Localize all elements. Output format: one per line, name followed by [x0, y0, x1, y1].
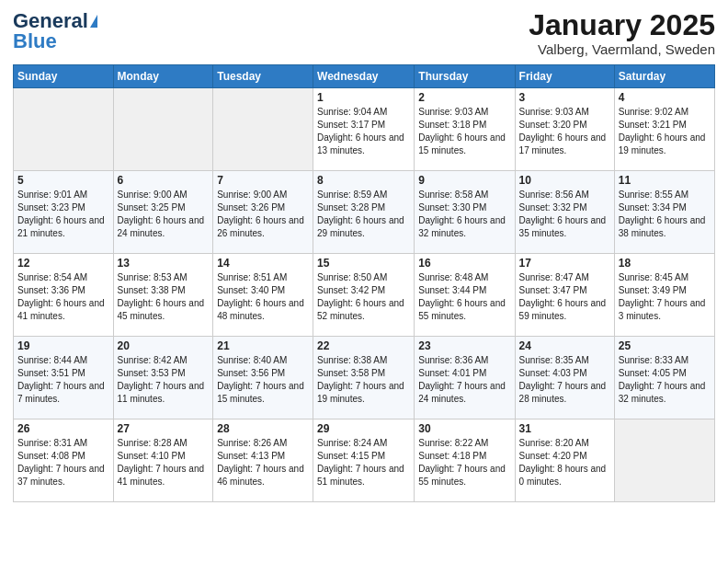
calendar-cell: 19Sunrise: 8:44 AMSunset: 3:51 PMDayligh…	[14, 337, 114, 419]
day-number: 16	[418, 257, 510, 270]
weekday-header-tuesday: Tuesday	[213, 65, 313, 88]
calendar-cell: 21Sunrise: 8:40 AMSunset: 3:56 PMDayligh…	[213, 337, 313, 419]
month-title: January 2025	[529, 9, 715, 41]
logo-blue: Blue	[13, 29, 57, 53]
day-info: Sunrise: 8:33 AMSunset: 4:05 PMDaylight:…	[619, 354, 711, 406]
calendar-cell: 29Sunrise: 8:24 AMSunset: 4:15 PMDayligh…	[313, 419, 415, 502]
day-number: 12	[17, 257, 109, 270]
calendar-cell: 16Sunrise: 8:48 AMSunset: 3:44 PMDayligh…	[415, 254, 515, 337]
weekday-header-thursday: Thursday	[415, 65, 515, 88]
day-number: 14	[217, 257, 309, 270]
calendar-cell: 23Sunrise: 8:36 AMSunset: 4:01 PMDayligh…	[415, 337, 515, 419]
calendar-cell: 30Sunrise: 8:22 AMSunset: 4:18 PMDayligh…	[415, 419, 515, 502]
day-info: Sunrise: 9:01 AMSunset: 3:23 PMDaylight:…	[17, 189, 109, 240]
day-info: Sunrise: 9:03 AMSunset: 3:20 PMDaylight:…	[519, 106, 610, 157]
calendar-cell: 22Sunrise: 8:38 AMSunset: 3:58 PMDayligh…	[313, 337, 415, 419]
day-number: 7	[217, 174, 309, 187]
day-info: Sunrise: 8:22 AMSunset: 4:18 PMDaylight:…	[418, 437, 510, 488]
day-number: 3	[519, 91, 610, 104]
day-info: Sunrise: 8:51 AMSunset: 3:40 PMDaylight:…	[217, 271, 309, 323]
day-info: Sunrise: 8:40 AMSunset: 3:56 PMDaylight:…	[217, 354, 309, 406]
calendar-cell: 10Sunrise: 8:56 AMSunset: 3:32 PMDayligh…	[515, 171, 614, 254]
day-number: 20	[118, 339, 210, 352]
day-number: 1	[317, 91, 410, 104]
calendar-week-5: 26Sunrise: 8:31 AMSunset: 4:08 PMDayligh…	[14, 419, 715, 502]
day-number: 29	[317, 422, 410, 435]
day-info: Sunrise: 8:31 AMSunset: 4:08 PMDaylight:…	[17, 437, 109, 488]
day-number: 28	[217, 422, 309, 435]
day-info: Sunrise: 9:02 AMSunset: 3:21 PMDaylight:…	[619, 106, 711, 157]
day-number: 26	[17, 422, 109, 435]
day-info: Sunrise: 9:03 AMSunset: 3:18 PMDaylight:…	[418, 106, 510, 157]
day-info: Sunrise: 8:26 AMSunset: 4:13 PMDaylight:…	[217, 437, 309, 488]
calendar-cell: 5Sunrise: 9:01 AMSunset: 3:23 PMDaylight…	[14, 171, 114, 254]
day-info: Sunrise: 8:56 AMSunset: 3:32 PMDaylight:…	[519, 189, 610, 240]
calendar-cell	[614, 419, 714, 502]
day-info: Sunrise: 9:04 AMSunset: 3:17 PMDaylight:…	[317, 106, 410, 157]
day-info: Sunrise: 8:59 AMSunset: 3:28 PMDaylight:…	[317, 189, 410, 240]
day-info: Sunrise: 8:47 AMSunset: 3:47 PMDaylight:…	[519, 271, 610, 323]
day-number: 6	[118, 174, 210, 187]
logo-triangle-icon	[90, 15, 97, 28]
calendar-cell: 2Sunrise: 9:03 AMSunset: 3:18 PMDaylight…	[415, 88, 515, 171]
day-number: 27	[118, 422, 210, 435]
day-number: 19	[17, 339, 109, 352]
day-number: 5	[17, 174, 109, 187]
day-info: Sunrise: 9:00 AMSunset: 3:25 PMDaylight:…	[118, 189, 210, 240]
day-number: 10	[519, 174, 610, 187]
calendar-cell	[14, 88, 114, 171]
calendar-week-1: 1Sunrise: 9:04 AMSunset: 3:17 PMDaylight…	[14, 88, 715, 171]
day-info: Sunrise: 9:00 AMSunset: 3:26 PMDaylight:…	[217, 189, 309, 240]
day-number: 30	[418, 422, 510, 435]
calendar-cell: 24Sunrise: 8:35 AMSunset: 4:03 PMDayligh…	[515, 337, 614, 419]
day-info: Sunrise: 8:50 AMSunset: 3:42 PMDaylight:…	[317, 271, 410, 323]
day-number: 22	[317, 339, 410, 352]
day-number: 2	[418, 91, 510, 104]
calendar-cell: 9Sunrise: 8:58 AMSunset: 3:30 PMDaylight…	[415, 171, 515, 254]
day-info: Sunrise: 8:35 AMSunset: 4:03 PMDaylight:…	[519, 354, 610, 406]
calendar-cell: 4Sunrise: 9:02 AMSunset: 3:21 PMDaylight…	[614, 88, 714, 171]
calendar-cell: 12Sunrise: 8:54 AMSunset: 3:36 PMDayligh…	[14, 254, 114, 337]
day-number: 24	[519, 339, 610, 352]
day-number: 18	[619, 257, 711, 270]
day-number: 25	[619, 339, 711, 352]
calendar-cell	[213, 88, 313, 171]
calendar-cell: 25Sunrise: 8:33 AMSunset: 4:05 PMDayligh…	[614, 337, 714, 419]
calendar-cell: 7Sunrise: 9:00 AMSunset: 3:26 PMDaylight…	[213, 171, 313, 254]
calendar-cell: 11Sunrise: 8:55 AMSunset: 3:34 PMDayligh…	[614, 171, 714, 254]
title-block: January 2025 Valberg, Vaermland, Sweden	[529, 9, 715, 57]
calendar-cell: 8Sunrise: 8:59 AMSunset: 3:28 PMDaylight…	[313, 171, 415, 254]
calendar-cell: 13Sunrise: 8:53 AMSunset: 3:38 PMDayligh…	[113, 254, 213, 337]
calendar-cell	[113, 88, 213, 171]
calendar-cell: 28Sunrise: 8:26 AMSunset: 4:13 PMDayligh…	[213, 419, 313, 502]
weekday-header-saturday: Saturday	[614, 65, 714, 88]
day-number: 11	[619, 174, 711, 187]
calendar-cell: 6Sunrise: 9:00 AMSunset: 3:25 PMDaylight…	[113, 171, 213, 254]
weekday-header-wednesday: Wednesday	[313, 65, 415, 88]
day-info: Sunrise: 8:48 AMSunset: 3:44 PMDaylight:…	[418, 271, 510, 323]
calendar-cell: 18Sunrise: 8:45 AMSunset: 3:49 PMDayligh…	[614, 254, 714, 337]
weekday-header-sunday: Sunday	[14, 65, 114, 88]
day-number: 8	[317, 174, 410, 187]
calendar-week-4: 19Sunrise: 8:44 AMSunset: 3:51 PMDayligh…	[14, 337, 715, 419]
day-info: Sunrise: 8:42 AMSunset: 3:53 PMDaylight:…	[118, 354, 210, 406]
day-info: Sunrise: 8:38 AMSunset: 3:58 PMDaylight:…	[317, 354, 410, 406]
header: General Blue January 2025 Valberg, Vaerm…	[13, 9, 715, 57]
calendar-cell: 15Sunrise: 8:50 AMSunset: 3:42 PMDayligh…	[313, 254, 415, 337]
day-info: Sunrise: 8:24 AMSunset: 4:15 PMDaylight:…	[317, 437, 410, 488]
day-info: Sunrise: 8:54 AMSunset: 3:36 PMDaylight:…	[17, 271, 109, 323]
weekday-header-monday: Monday	[113, 65, 213, 88]
day-number: 21	[217, 339, 309, 352]
day-info: Sunrise: 8:53 AMSunset: 3:38 PMDaylight:…	[118, 271, 210, 323]
calendar-week-2: 5Sunrise: 9:01 AMSunset: 3:23 PMDaylight…	[14, 171, 715, 254]
day-info: Sunrise: 8:58 AMSunset: 3:30 PMDaylight:…	[418, 189, 510, 240]
logo: General Blue	[13, 9, 97, 53]
day-number: 9	[418, 174, 510, 187]
location-subtitle: Valberg, Vaermland, Sweden	[529, 41, 715, 57]
calendar-cell: 31Sunrise: 8:20 AMSunset: 4:20 PMDayligh…	[515, 419, 614, 502]
calendar-cell: 26Sunrise: 8:31 AMSunset: 4:08 PMDayligh…	[14, 419, 114, 502]
day-info: Sunrise: 8:55 AMSunset: 3:34 PMDaylight:…	[619, 189, 711, 240]
calendar-cell: 27Sunrise: 8:28 AMSunset: 4:10 PMDayligh…	[113, 419, 213, 502]
day-number: 4	[619, 91, 711, 104]
day-number: 13	[118, 257, 210, 270]
